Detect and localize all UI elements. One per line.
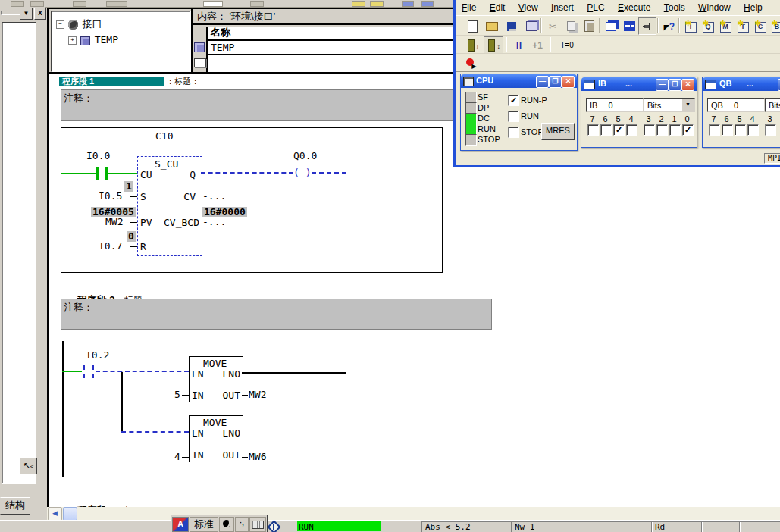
counter-block[interactable]: S_CU CU Q S CV PV CV_BCD R	[137, 156, 202, 256]
ib-bit5-checkbox[interactable]	[613, 124, 625, 136]
pin-q[interactable]: Q	[190, 170, 196, 180]
network1-title[interactable]: 程序段 1 ：标题：	[59, 76, 199, 86]
menu-file[interactable]: File	[462, 2, 476, 13]
network2-comment[interactable]: 注释：	[61, 299, 492, 330]
pin-s[interactable]: S	[140, 192, 146, 202]
scroll-thumb[interactable]	[63, 507, 77, 521]
pv-operand[interactable]: MW2	[105, 217, 123, 227]
move1-block[interactable]: MOVE EN ENO IN OUT	[189, 356, 243, 402]
pin-cv[interactable]: CV	[183, 192, 196, 202]
coil-operand[interactable]: Q0.0	[293, 151, 317, 161]
menu-plc[interactable]: PLC	[587, 2, 604, 13]
menu-tools[interactable]: Tools	[664, 2, 685, 13]
pin-eno[interactable]: ENO	[223, 428, 240, 439]
ib-bit3-checkbox[interactable]	[644, 124, 655, 136]
insert-timer-variable-button[interactable]: ✲ T	[734, 17, 752, 35]
pause-button[interactable]: II	[510, 36, 528, 54]
tree-expand-box[interactable]: +	[68, 36, 77, 45]
cpu-runp-checkbox[interactable]	[508, 95, 519, 106]
ib-bit0-checkbox[interactable]	[682, 124, 694, 136]
cascade-windows-button[interactable]	[602, 17, 620, 35]
ib-bit1-checkbox[interactable]	[669, 124, 681, 136]
cpu-close-button[interactable]: ✕	[562, 76, 575, 88]
move2-in-value[interactable]: 4	[174, 452, 180, 462]
ib-bit4-checkbox[interactable]	[626, 124, 637, 136]
ib-minimize-button[interactable]: —	[656, 79, 669, 91]
insert-counter-variable-button[interactable]: ✲ C	[751, 17, 769, 35]
qb-format-dropdown[interactable]: Bits	[765, 98, 780, 112]
new-button[interactable]	[463, 17, 481, 35]
contact-operand[interactable]: I0.0	[86, 151, 110, 161]
tree-child-label[interactable]: TEMP	[95, 34, 118, 45]
cvbcd-output[interactable]: -...	[202, 217, 226, 227]
cpu-mres-button[interactable]: MRES	[541, 123, 575, 140]
pin-en[interactable]: EN	[192, 428, 204, 439]
pin-out[interactable]: OUT	[223, 450, 240, 461]
pane-close-button[interactable]: x	[34, 8, 46, 20]
network1-comment[interactable]: 注释：	[61, 89, 458, 121]
step-button[interactable]: +1	[528, 36, 547, 54]
output-coil[interactable]: ( )	[293, 167, 311, 178]
structure-tab[interactable]: 结构	[0, 497, 30, 515]
element-list[interactable]	[2, 22, 36, 484]
pin-in[interactable]: IN	[192, 390, 204, 401]
pin-r[interactable]: R	[140, 242, 146, 252]
dropdown-arrow-icon[interactable]: ▼	[681, 99, 694, 111]
continuous-scan-button[interactable]: ↕	[484, 36, 503, 54]
cpu-titlebar[interactable]: CPU — ❐ ✕	[461, 74, 577, 88]
single-scan-button[interactable]: ↓	[463, 36, 483, 54]
network1-rung[interactable]: C10 I0.0 S_CU CU Q S CV PV CV_BCD R 1 I0…	[61, 127, 443, 273]
pin-in[interactable]: IN	[192, 450, 204, 461]
cpu-stop-checkbox[interactable]	[508, 127, 519, 138]
pin-cvbcd[interactable]: CV_BCD	[164, 217, 199, 228]
ime-fullwidth-button[interactable]	[219, 517, 234, 532]
pin-en[interactable]: EN	[192, 369, 204, 380]
tile-windows-button[interactable]	[620, 17, 638, 35]
ime-keyboard-button[interactable]	[249, 517, 266, 532]
pin-cu[interactable]: CU	[140, 170, 152, 180]
record-playback-button[interactable]: ▶	[462, 55, 480, 72]
cpu-window[interactable]: CPU — ❐ ✕ SF DP DC RUN STOP RUN-P	[460, 74, 578, 151]
s-operand[interactable]: I0.5	[99, 191, 122, 202]
ime-logo-icon[interactable]: A	[172, 517, 189, 532]
context-help-button[interactable]: ◤?	[660, 17, 678, 35]
network2-rung[interactable]: I0.2 MOVE EN ENO IN OUT 5 MW2 MOV	[49, 328, 776, 487]
move2-block[interactable]: MOVE EN ENO IN OUT	[189, 415, 243, 462]
ib-format-dropdown[interactable]: Bits ▼	[644, 98, 695, 112]
layout-button[interactable]	[522, 17, 540, 35]
menu-help[interactable]: Help	[744, 2, 763, 13]
pane-combo-track[interactable]	[1, 11, 20, 15]
ib-maximize-button[interactable]: ❐	[669, 79, 681, 91]
counter-address[interactable]: C10	[155, 131, 173, 142]
qb-window[interactable]: QB ... — QB 0 Bits 7 6 5 4 3	[702, 77, 780, 148]
open-button[interactable]	[483, 17, 501, 35]
tree-root-label[interactable]: 接口	[83, 18, 102, 30]
tree-collapse-box[interactable]: −	[56, 20, 64, 29]
menu-execute[interactable]: Execute	[618, 2, 650, 13]
combo-dropdown-button[interactable]: ▼	[20, 8, 33, 20]
menu-insert[interactable]: Insert	[551, 2, 574, 13]
menu-window[interactable]: Window	[698, 2, 731, 13]
cut-button[interactable]: ✂	[543, 17, 562, 35]
horizontal-scrollbar[interactable]: ◀	[47, 507, 780, 520]
ime-toolbar[interactable]: A 标准 ·,	[171, 515, 268, 532]
ib-address-field[interactable]: IB 0	[586, 98, 644, 112]
save-button[interactable]	[503, 17, 521, 35]
r-operand[interactable]: I0.7	[99, 241, 122, 252]
move1-out-operand[interactable]: MW2	[249, 390, 266, 400]
pane-corner-button[interactable]: ↖<	[20, 458, 37, 474]
cpu-run-checkbox[interactable]	[508, 111, 519, 122]
qb-bit5-checkbox[interactable]	[735, 124, 746, 136]
cpu-maximize-button[interactable]: ❐	[549, 76, 562, 88]
contact-operand[interactable]: I0.2	[86, 350, 109, 361]
network3-title[interactable]: 程序段 3：标题：	[61, 493, 152, 507]
insert-generic-variable-button[interactable]: ✲ B	[768, 17, 780, 35]
ib-bit6-checkbox[interactable]	[600, 124, 612, 136]
menu-edit[interactable]: Edit	[490, 2, 506, 13]
qb-address-field[interactable]: QB 0	[707, 98, 765, 112]
cv-output[interactable]: -...	[202, 191, 226, 202]
pin-eno[interactable]: ENO	[223, 369, 240, 380]
qb-titlebar[interactable]: QB ... —	[703, 77, 780, 91]
qb-bit4-checkbox[interactable]	[747, 124, 759, 136]
ib-titlebar[interactable]: IB ... — ❐ ✕	[581, 77, 697, 91]
